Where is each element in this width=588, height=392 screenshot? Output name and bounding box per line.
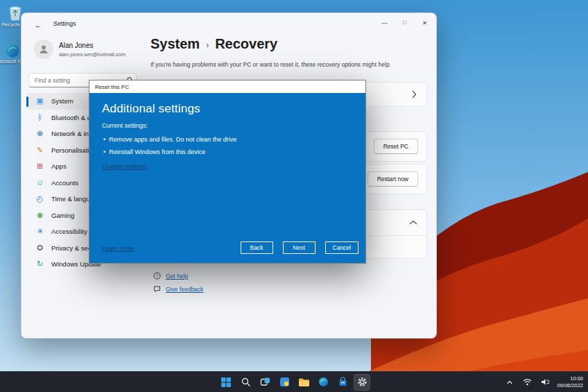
sidebar-item-label: Apps bbox=[51, 162, 67, 170]
globe-icon: ⊕ bbox=[35, 130, 44, 137]
user-email: alan.jones.wm@hotmail.com bbox=[59, 51, 126, 58]
system-tray: 10:00 09/06/2022 bbox=[504, 372, 583, 392]
windows-logo-icon bbox=[220, 377, 232, 388]
update-icon: ↻ bbox=[35, 260, 44, 268]
give-feedback-label: Give feedback bbox=[166, 286, 203, 293]
taskbar-apps bbox=[218, 374, 370, 391]
dialog-buttons: Back Next Cancel bbox=[241, 241, 358, 254]
gamepad-icon: ⊗ bbox=[35, 212, 44, 219]
taskbar-search-button[interactable] bbox=[237, 374, 254, 391]
cancel-dialog-button[interactable]: Cancel bbox=[325, 241, 358, 254]
avatar[interactable] bbox=[34, 40, 53, 59]
file-explorer-button[interactable] bbox=[295, 374, 312, 391]
sidebar-item-label: Accessibility bbox=[51, 228, 87, 235]
page-title: Recovery bbox=[215, 36, 277, 52]
user-name: Alan Jones bbox=[59, 42, 93, 49]
window-controls: — □ ✕ bbox=[374, 14, 435, 31]
learn-more-link[interactable]: Learn more bbox=[102, 245, 134, 252]
store-button[interactable] bbox=[334, 374, 351, 391]
dialog-body: Additional settings Current settings: Re… bbox=[89, 93, 365, 263]
window-title: Settings bbox=[53, 20, 76, 27]
gear-icon bbox=[357, 377, 368, 387]
dialog-title: Reset this PC bbox=[89, 80, 365, 93]
task-view-icon bbox=[260, 377, 270, 387]
store-bag-icon bbox=[338, 377, 348, 387]
breadcrumb-root[interactable]: System bbox=[150, 36, 200, 52]
clock-icon: ◴ bbox=[35, 195, 44, 203]
breadcrumb: System › Recovery bbox=[150, 36, 277, 52]
network-tray-button[interactable] bbox=[521, 375, 533, 389]
folder-icon bbox=[298, 377, 309, 387]
accessibility-icon: ✳ bbox=[35, 228, 44, 235]
sidebar-item-label: System bbox=[51, 97, 74, 105]
accounts-icon: ☺ bbox=[35, 179, 44, 187]
edge-icon bbox=[5, 43, 20, 58]
page-description: If you're having problems with your PC o… bbox=[150, 61, 422, 68]
setting-bullet: Remove apps and files. Do not clean the … bbox=[102, 133, 353, 146]
restart-now-button[interactable]: Restart now bbox=[368, 171, 418, 187]
volume-tray-button[interactable] bbox=[539, 375, 551, 389]
volume-icon bbox=[541, 378, 549, 386]
brush-icon: ✎ bbox=[35, 146, 44, 154]
wifi-icon bbox=[523, 378, 532, 386]
search-icon bbox=[241, 377, 251, 387]
back-dialog-button[interactable]: Back bbox=[241, 241, 273, 254]
chevron-right-icon: › bbox=[206, 40, 209, 50]
maximize-button[interactable]: □ bbox=[395, 14, 415, 31]
clock-date: 09/06/2022 bbox=[557, 382, 583, 389]
next-dialog-button[interactable]: Next bbox=[283, 241, 315, 254]
bluetooth-icon: ᛒ bbox=[35, 114, 44, 121]
setting-bullet: Reinstall Windows from this device bbox=[102, 146, 353, 158]
chevron-up-icon bbox=[409, 220, 417, 225]
task-view-button[interactable] bbox=[257, 374, 273, 391]
taskbar: 10:00 09/06/2022 bbox=[0, 371, 588, 392]
reset-pc-button[interactable]: Reset PC bbox=[374, 139, 418, 154]
minimize-button[interactable]: — bbox=[374, 14, 395, 31]
edge-icon bbox=[318, 377, 329, 387]
settings-app-button[interactable] bbox=[354, 374, 370, 391]
widgets-button[interactable] bbox=[276, 374, 293, 391]
apps-grid-icon: ⊞ bbox=[35, 162, 44, 170]
current-settings-label: Current settings: bbox=[102, 122, 353, 129]
get-help-label: Get help bbox=[166, 273, 188, 280]
get-help-link[interactable]: ? Get help bbox=[153, 272, 188, 280]
tray-chevron-button[interactable] bbox=[504, 375, 515, 389]
change-settings-link[interactable]: Change settings bbox=[102, 163, 147, 170]
edge-button[interactable] bbox=[315, 374, 331, 391]
close-button[interactable]: ✕ bbox=[415, 14, 435, 31]
start-button[interactable] bbox=[218, 374, 234, 391]
chevron-right-icon bbox=[412, 90, 417, 99]
svg-text:?: ? bbox=[156, 273, 159, 278]
give-feedback-link[interactable]: Give feedback bbox=[153, 285, 203, 293]
sidebar-item-label: Gaming bbox=[51, 212, 74, 219]
chevron-up-icon bbox=[506, 379, 513, 386]
dialog-heading: Additional settings bbox=[102, 102, 353, 116]
person-icon bbox=[38, 44, 49, 55]
back-button[interactable]: ← bbox=[30, 18, 46, 32]
reset-this-pc-dialog: Reset this PC Additional settings Curren… bbox=[89, 80, 366, 264]
feedback-icon bbox=[153, 285, 161, 293]
clock-time: 10:00 bbox=[557, 375, 583, 382]
widgets-icon bbox=[279, 377, 290, 387]
help-icon: ? bbox=[153, 272, 161, 280]
shield-icon: ✪ bbox=[35, 244, 44, 252]
system-icon: ▣ bbox=[35, 97, 44, 105]
taskbar-clock[interactable]: 10:00 09/06/2022 bbox=[557, 375, 583, 389]
desktop: Recycle Bin Microsoft Edge ← Settings — … bbox=[0, 0, 588, 392]
sidebar-item-label: Accounts bbox=[51, 179, 78, 187]
